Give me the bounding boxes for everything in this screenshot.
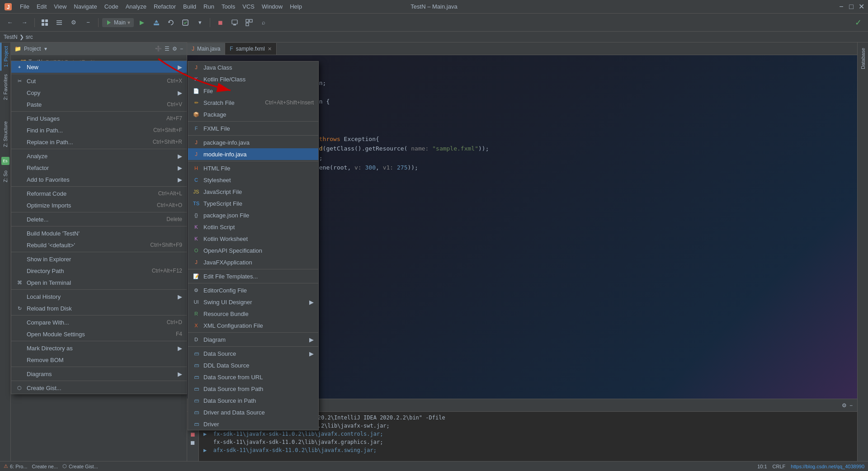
ctx-open-terminal[interactable]: ⌘ Open in Terminal [11,277,187,288]
gear-button[interactable]: ⚙ [172,46,177,52]
search-everywhere-button[interactable]: ⌕ [257,16,270,29]
panel-minimize-button[interactable]: − [180,46,183,52]
new-ddl-data-source[interactable]: 🗃 DDL Data Source [188,359,318,371]
run-button[interactable]: ▶ [136,16,148,29]
ctx-compare-with[interactable]: Compare With... Ctrl+D [11,316,187,328]
back-button[interactable]: ← [4,16,16,29]
expand-button[interactable] [243,16,255,29]
ctx-optimize-imports[interactable]: Optimize Imports Ctrl+Alt+O [11,199,187,211]
settings-button[interactable]: ⚙ [67,16,80,29]
menu-code[interactable]: Code [101,1,122,12]
forward-button[interactable]: → [18,16,31,29]
menu-view[interactable]: View [50,1,70,12]
ctx-directory-path[interactable]: Directory Path Ctrl+Alt+F12 [11,265,187,277]
ctx-rebuild[interactable]: Rebuild '<default>' Ctrl+Shift+F9 [11,239,187,251]
structure-button[interactable] [53,16,66,29]
ctx-create-gist[interactable]: ⬡ Create Gist... [11,382,187,394]
new-data-source-path[interactable]: 🗃 Data Source from Path [188,383,318,395]
new-edit-file-templates[interactable]: 📝 Edit File Templates... [188,270,318,282]
tab-favorites[interactable]: 2: Favorites [1,71,10,104]
new-scratch-file[interactable]: ✏ Scratch File Ctrl+Alt+Shift+Insert [188,97,318,108]
ctx-cut[interactable]: ✂ Cut Ctrl+X [11,75,187,87]
new-package-json[interactable]: {} package.json File [188,209,318,221]
new-kotlin-script[interactable]: K Kotlin Script [188,221,318,233]
new-editorconfig[interactable]: ⚙ EditorConfig File [188,284,318,296]
new-resource-bundle[interactable]: R Resource Bundle [188,308,318,320]
ctx-mark-directory[interactable]: Mark Directory as ▶ [11,342,187,354]
new-stylesheet[interactable]: C Stylesheet [188,174,318,186]
breadcrumb-project[interactable]: TestN [4,34,18,40]
new-javafx-app[interactable]: J JavaFXApplication [188,256,318,268]
new-swing-ui[interactable]: UI Swing UI Designer ▶ [188,296,318,308]
create-new-item[interactable]: Create ne... [32,464,58,469]
filter-button[interactable]: ☰ [165,46,170,52]
minus-button[interactable]: − [82,16,94,29]
github-item[interactable]: ⬡ Create Gist... [62,463,98,469]
new-kotlin-file[interactable]: K Kotlin File/Class [188,73,318,85]
new-javascript-file[interactable]: JS JavaScript File [188,186,318,198]
ctx-reload-disk[interactable]: ↻ Reload from Disk [11,302,187,314]
add-button[interactable]: ➕ [155,46,162,52]
minimize-button[interactable]: − [838,4,844,10]
new-driver-data-source[interactable]: 🗃 Driver and Data Source [188,406,318,418]
menu-navigate[interactable]: Navigate [70,1,100,12]
ctx-remove-bom[interactable]: Remove BOM [11,354,187,366]
run-settings-icon[interactable]: ⚙ [842,402,847,409]
project-view-button[interactable] [38,16,51,29]
deploy-button[interactable] [228,16,241,29]
stop-button[interactable]: ◼ [214,16,226,29]
database-panel-label[interactable]: Database [859,44,868,73]
new-package[interactable]: 📦 Package [188,108,318,120]
menu-help[interactable]: Help [286,1,306,12]
ctx-show-explorer[interactable]: Show in Explorer [11,253,187,265]
ctx-local-history[interactable]: Local History ▶ [11,291,187,302]
new-java-class[interactable]: J Java Class [188,61,318,73]
menu-window[interactable]: Window [258,1,286,12]
ctx-paste[interactable]: Paste Ctrl+V [11,99,187,110]
new-xml-config[interactable]: X XML Configuration File [188,320,318,331]
menu-edit[interactable]: Edit [33,1,50,12]
ctx-replace-in-path[interactable]: Replace in Path... Ctrl+Shift+R [11,136,187,148]
ctx-copy[interactable]: Copy ▶ [11,87,187,99]
ctx-build-module[interactable]: Build Module 'TestN' [11,227,187,239]
tab-project[interactable]: 1: Project [0,42,10,71]
breadcrumb-src[interactable]: src [26,34,33,40]
tab-so[interactable]: Z: So [1,167,10,186]
new-diagram[interactable]: D Diagram ▶ [188,334,318,345]
new-data-source-url[interactable]: 🗃 Data Source from URL [188,371,318,383]
run-pause-btn[interactable]: ⏹ [190,439,196,446]
ctx-delete[interactable]: Delete... Delete [11,213,187,225]
new-file[interactable]: 📄 File [188,85,318,97]
tab-close-icon[interactable]: ✕ [268,46,272,52]
ctx-analyze[interactable]: Analyze ▶ [11,150,187,162]
new-openapi[interactable]: O OpenAPI Specification [188,245,318,256]
menu-refactor[interactable]: Refactor [150,1,179,12]
rebuild-button[interactable] [165,16,177,29]
menu-file[interactable]: File [16,1,33,12]
ctx-module-settings[interactable]: Open Module Settings F4 [11,328,187,340]
menu-analyze[interactable]: Analyze [122,1,150,12]
menu-tools[interactable]: Tools [218,1,239,12]
status-project[interactable]: ⚠ 6: Pro... [4,463,28,469]
close-button[interactable]: ✕ [858,4,864,10]
menu-run[interactable]: Run [200,1,218,12]
tab-structure[interactable]: Z: Structure [1,118,10,151]
new-package-info[interactable]: J package-info.java [188,137,318,148]
new-data-source[interactable]: 🗃 Data Source ▶ [188,348,318,359]
profile-dropdown-button[interactable]: ▾ [193,16,206,29]
menu-vcs[interactable]: VCS [239,1,258,12]
new-typescript-file[interactable]: TS TypeScript File [188,198,318,209]
new-html-file[interactable]: H HTML File [188,162,318,174]
menu-build[interactable]: Build [179,1,200,12]
ctx-diagrams[interactable]: Diagrams ▶ [11,368,187,380]
maximize-button[interactable]: □ [848,4,854,10]
coverage-button[interactable] [179,16,192,29]
new-data-source-in-path[interactable]: 🗃 Data Source in Path [188,395,318,406]
run-stop-btn[interactable]: ◼ [190,431,195,438]
tab-sample-fxml[interactable]: F sample.fxml ✕ [225,43,276,55]
new-driver[interactable]: 🗃 Driver [188,418,318,430]
ctx-find-usages[interactable]: Find Usages Alt+F7 [11,113,187,124]
ctx-reformat[interactable]: Reformat Code Ctrl+Alt+L [11,188,187,199]
tab-main-java[interactable]: J Main.java [187,43,225,55]
new-kotlin-worksheet[interactable]: K Kotlin Worksheet [188,233,318,245]
